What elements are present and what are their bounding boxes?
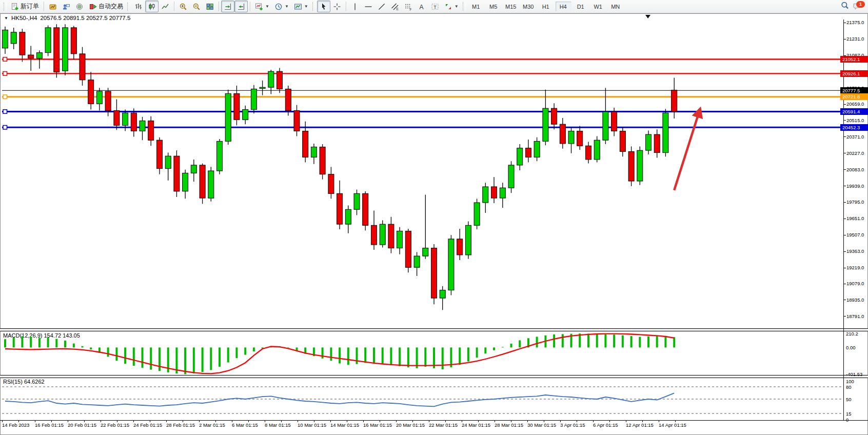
- time-axis-tick: [626, 421, 626, 422]
- toolbar-right-group: 1: [840, 1, 866, 12]
- navigator-icon: [62, 3, 70, 11]
- time-axis-tick: [544, 421, 544, 422]
- price-axis-label: 19219.0: [846, 265, 864, 270]
- toolbar-grip[interactable]: [4, 3, 7, 11]
- zoom-in-button[interactable]: [176, 1, 190, 12]
- indicators-button[interactable]: ▼: [252, 1, 272, 12]
- price-axis-label: 20227.0: [846, 150, 864, 156]
- toolbar-grip[interactable]: [127, 3, 130, 11]
- time-axis-tick: [577, 421, 577, 422]
- timeframe-button-H1[interactable]: H1: [538, 1, 554, 12]
- timeframe-group: M1M5M15M30H1H4D1W1MN: [467, 1, 624, 12]
- price-line-tag: 20721.8: [840, 93, 868, 100]
- channel-tool-button[interactable]: E: [388, 1, 402, 12]
- fibonacci-icon: F: [404, 3, 412, 11]
- main-price-chart[interactable]: [2, 19, 843, 328]
- time-axis-tick: [659, 421, 659, 422]
- search-icon[interactable]: [840, 1, 850, 12]
- time-axis-tick: [527, 421, 528, 422]
- macd-indicator-pane[interactable]: [2, 332, 843, 375]
- timeframe-button-M1[interactable]: M1: [468, 1, 484, 12]
- autotrading-button[interactable]: 自动交易: [86, 1, 126, 12]
- time-axis-label: 6 Mar 01:15: [232, 422, 258, 428]
- timeframe-button-M5[interactable]: M5: [485, 1, 502, 12]
- price-axis-tick: [843, 104, 846, 105]
- new-order-button[interactable]: 新订单: [8, 1, 42, 12]
- chevron-down-icon: ▼: [455, 4, 459, 9]
- pane-separator[interactable]: [0, 328, 868, 331]
- time-axis-label: 16 Feb 01:15: [35, 422, 64, 428]
- timeframe-button-M15[interactable]: M15: [503, 1, 519, 12]
- price-line-tag: 21052.1: [840, 56, 868, 63]
- chart-shift-button[interactable]: [234, 1, 248, 12]
- vertical-line-tool-button[interactable]: [348, 1, 362, 12]
- crosshair-icon: [333, 3, 341, 11]
- timeframe-button-W1[interactable]: W1: [590, 1, 606, 12]
- time-axis-tick: [183, 421, 183, 422]
- terminal-icon: [75, 3, 84, 11]
- trend-arrow-annotation: [674, 109, 700, 190]
- time-axis-tick: [84, 421, 85, 422]
- time-axis-tick: [101, 421, 101, 422]
- horizontal-line-icon: [364, 3, 372, 11]
- clock-icon: [274, 3, 283, 11]
- chevron-down-icon: ▼: [265, 4, 269, 9]
- trendline-tool-button[interactable]: [375, 1, 388, 12]
- time-axis-tick: [215, 421, 216, 422]
- bar-chart-button[interactable]: [132, 1, 145, 12]
- price-axis-label: 19651.0: [846, 215, 864, 221]
- zoom-out-button[interactable]: [190, 1, 203, 12]
- terminal-button[interactable]: [73, 1, 86, 12]
- arrows-tool-button[interactable]: ▼: [442, 1, 461, 12]
- periods-button[interactable]: ▼: [272, 1, 291, 12]
- market-watch-button[interactable]: [46, 1, 60, 12]
- timeframe-button-H4[interactable]: H4: [555, 1, 571, 12]
- notifications-button[interactable]: 1: [853, 2, 864, 11]
- line-chart-button[interactable]: [159, 1, 172, 12]
- macd-axis-label: -401.53: [846, 371, 862, 377]
- price-line-tag: 20591.4: [840, 108, 868, 115]
- price-axis-tick: [843, 268, 846, 268]
- time-axis-label: 10 Mar 01:15: [298, 422, 326, 428]
- chart-shift-marker[interactable]: [645, 15, 650, 18]
- toolbar-grip[interactable]: [463, 3, 466, 11]
- candlestick-chart-icon: [148, 3, 156, 11]
- toolbar-separator: [174, 2, 174, 11]
- templates-button[interactable]: ▼: [291, 1, 311, 12]
- auto-scroll-button[interactable]: [221, 1, 234, 12]
- toolbar-grip[interactable]: [312, 3, 315, 11]
- cursor-tool-button[interactable]: [317, 1, 330, 12]
- navigator-button[interactable]: [60, 1, 73, 12]
- price-line-tag: 20452.3: [840, 124, 868, 131]
- rsi-axis-label: 0: [846, 417, 849, 423]
- crosshair-tool-button[interactable]: [330, 1, 344, 12]
- horizontal-line-tool-button[interactable]: [362, 1, 375, 12]
- price-axis-tick: [843, 316, 846, 317]
- text-tool-button[interactable]: A: [415, 1, 428, 12]
- time-axis-label: 28 Feb 01:15: [166, 422, 195, 428]
- price-axis-tick: [843, 235, 846, 235]
- svg-text:F: F: [409, 7, 411, 11]
- time-axis-tick: [347, 421, 347, 422]
- line-chart-icon: [161, 3, 169, 11]
- timeframe-button-MN[interactable]: MN: [607, 1, 624, 12]
- macd-axis-label: 0.00: [846, 345, 856, 350]
- price-axis-label: 18935.0: [846, 297, 864, 303]
- rsi-axis-label: 15: [846, 411, 852, 417]
- text-label-tool-button[interactable]: T: [428, 1, 442, 12]
- fibonacci-tool-button[interactable]: F: [402, 1, 415, 12]
- tile-windows-button[interactable]: [203, 1, 216, 12]
- rsi-axis-label: 80: [846, 384, 852, 390]
- candlestick-chart-button[interactable]: [145, 1, 159, 12]
- toolbar-separator: [250, 2, 250, 11]
- timeframe-button-M30[interactable]: M30: [520, 1, 537, 12]
- time-axis-tick: [609, 421, 610, 422]
- time-axis-label: 12 Apr 01:15: [626, 422, 654, 428]
- time-axis-tick: [232, 421, 232, 422]
- price-axis-tick: [843, 284, 846, 284]
- price-axis-tick: [843, 186, 846, 186]
- rsi-indicator-pane[interactable]: [2, 378, 843, 420]
- price-axis-tick: [843, 219, 846, 219]
- timeframe-button-D1[interactable]: D1: [573, 1, 589, 12]
- svg-text:E: E: [396, 7, 399, 10]
